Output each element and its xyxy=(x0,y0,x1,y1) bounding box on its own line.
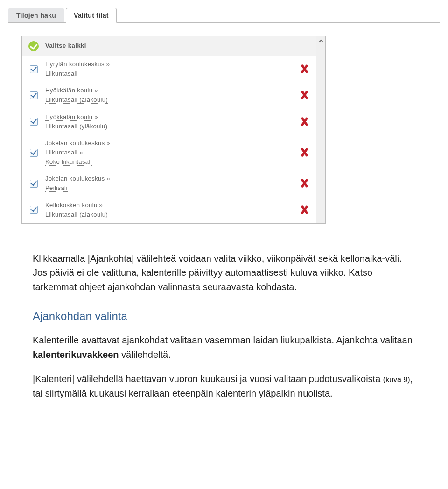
section-heading: Ajankohdan valinta xyxy=(33,308,415,325)
checkbox[interactable] xyxy=(30,65,38,73)
scroll-up-icon[interactable] xyxy=(316,36,325,46)
tab-selected-rooms[interactable]: Valitut tilat xyxy=(66,8,117,23)
remove-icon[interactable] xyxy=(300,148,309,157)
checkbox[interactable] xyxy=(30,91,38,99)
checkbox[interactable] xyxy=(30,118,38,126)
room-link[interactable]: Hyökkälän koulu »Liikuntasali (yläkoulu) xyxy=(43,112,294,131)
list-item: Jokelan koulukeskus »Peilisali xyxy=(22,170,316,196)
list-item: Kellokosken koulu »Liikuntasali (alakoul… xyxy=(22,197,316,223)
room-link[interactable]: Jokelan koulukeskus »Liikuntasali »Koko … xyxy=(43,139,294,167)
room-link[interactable]: Kellokosken koulu »Liikuntasali (alakoul… xyxy=(43,201,294,219)
tab-panel: Valitse kaikkiHyrylän koulukeskus »Liiku… xyxy=(8,22,440,224)
remove-icon[interactable] xyxy=(300,117,309,126)
body-paragraph: Kalenterille avattavat ajankohdat valita… xyxy=(33,333,415,362)
select-all-icon[interactable] xyxy=(28,41,39,51)
remove-icon[interactable] xyxy=(300,91,309,100)
select-all-row: Valitse kaikki xyxy=(22,36,316,56)
document-body: Klikkaamalla |Ajankohta| välilehteä void… xyxy=(0,224,448,429)
checkbox[interactable] xyxy=(30,149,38,157)
room-link[interactable]: Hyrylän koulukeskus »Liikuntasali xyxy=(43,60,294,78)
tab-room-search[interactable]: Tilojen haku xyxy=(8,8,64,22)
tab-bar: Tilojen haku Valitut tilat xyxy=(8,6,440,22)
list-item: Hyrylän koulukeskus »Liikuntasali xyxy=(22,56,316,82)
select-all-label[interactable]: Valitse kaikki xyxy=(43,41,294,50)
body-paragraph: Klikkaamalla |Ajankohta| välilehteä void… xyxy=(33,251,415,294)
selected-rooms-listbox: Valitse kaikkiHyrylän koulukeskus »Liiku… xyxy=(21,36,326,224)
checkbox[interactable] xyxy=(30,206,38,214)
body-paragraph: |Kalenteri| välilehdellä haettavan vuoro… xyxy=(33,372,415,400)
remove-icon[interactable] xyxy=(300,205,309,215)
checkbox[interactable] xyxy=(30,180,38,188)
room-link[interactable]: Jokelan koulukeskus »Peilisali xyxy=(43,174,294,193)
remove-icon[interactable] xyxy=(300,64,309,74)
list-item: Jokelan koulukeskus »Liikuntasali »Koko … xyxy=(22,135,316,170)
list-item: Hyökkälän koulu »Liikuntasali (alakoulu) xyxy=(22,82,316,108)
list-item: Hyökkälän koulu »Liikuntasali (yläkoulu) xyxy=(22,109,316,135)
scrollbar[interactable] xyxy=(316,36,325,223)
room-link[interactable]: Hyökkälän koulu »Liikuntasali (alakoulu) xyxy=(43,86,294,105)
remove-icon[interactable] xyxy=(300,179,309,188)
